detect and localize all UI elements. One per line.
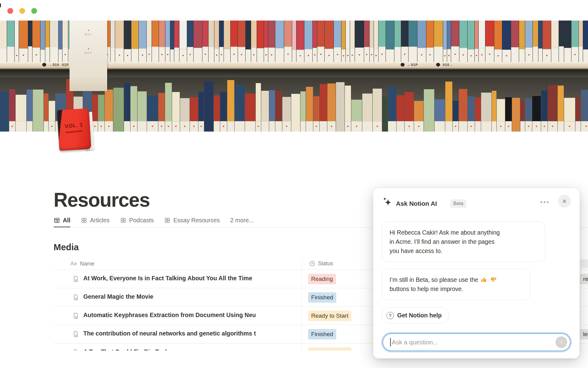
cursor-fragment (0, 3, 1, 7)
book-spine (291, 94, 300, 132)
book-spine: ♥ (405, 92, 414, 132)
book-spine (424, 89, 434, 132)
book-spine (511, 21, 519, 62)
close-panel-button[interactable]: ✕ (558, 195, 571, 208)
row-page-link[interactable]: At Work, Everyone Is in Fact Talking Abo… (83, 275, 252, 282)
close-window-button[interactable] (7, 8, 13, 14)
book-spine: ♥ (525, 21, 533, 62)
page-icon-book-emoji[interactable]: VOL. 1 (58, 109, 94, 152)
book-spine (583, 21, 588, 62)
tab-label: All (63, 217, 70, 224)
database-section-title: Media (54, 242, 79, 252)
send-button[interactable]: ↑ (556, 336, 567, 348)
book-spine: ♥ (231, 21, 238, 62)
book-spine: ♥ (9, 89, 15, 132)
book-spine: ♥ (581, 90, 588, 132)
view-tabs: AllArticlesPodcastsEssay Resources2 more… (54, 213, 254, 228)
book-spine: ♥ (327, 83, 336, 132)
book-spine: ♥ (351, 100, 362, 132)
name-column-header[interactable]: Name (80, 261, 94, 267)
message-line: buttons to help me improve. (390, 284, 522, 293)
status-pill[interactable]: Ready to Start (308, 311, 351, 321)
book-spine: ♥ (541, 90, 548, 132)
book-spine (174, 21, 179, 62)
book-spine: ♥ (62, 21, 68, 62)
tab-all[interactable]: All (54, 213, 70, 228)
book-spine: ♥ (370, 21, 374, 62)
book-spine (40, 21, 45, 62)
book-spine (459, 89, 467, 132)
book-spine: ♥ (447, 21, 451, 62)
clipped-tag-fragment: re (580, 274, 588, 284)
send-arrow-icon: ↑ (560, 339, 563, 346)
book-spine (204, 81, 213, 132)
book-spine: ♥ (502, 21, 511, 62)
book-spine: ♥ (373, 89, 382, 132)
name-column-type-icon: Aa (70, 261, 77, 267)
book-spine: ♥ (374, 21, 378, 62)
book-spine (0, 92, 9, 132)
book-spine (50, 21, 58, 62)
minimize-window-button[interactable] (19, 8, 25, 14)
message-line: in Acme. I’ll find an answer in the page… (390, 237, 537, 246)
book-volume-label: VOL. 1 (65, 122, 83, 130)
status-filter-icon (309, 260, 315, 267)
status-pill[interactable]: Finished (308, 292, 336, 303)
book-spine (551, 21, 559, 62)
book-spine: ♥ (485, 21, 494, 62)
status-pill[interactable]: Finished (308, 329, 336, 339)
tab-podcasts[interactable]: Podcasts (120, 213, 154, 228)
message-line: Hi Rebecca Cakir! Ask me about anything (390, 228, 537, 237)
book-spine (7, 21, 14, 62)
book-spine: ♥ (15, 21, 19, 62)
row-page-link[interactable]: The contribution of neural networks and … (83, 330, 256, 337)
get-notion-help-button[interactable]: Get Notion help (382, 307, 449, 324)
book-cover: VOL. 1 (57, 108, 91, 151)
status-pill[interactable]: Reading (308, 274, 336, 284)
shelf-sticker-dot (401, 63, 405, 67)
book-spine (434, 21, 443, 62)
thumbs-up-icon (481, 276, 487, 283)
book-spine: ♥ (459, 21, 467, 62)
tab-label: Podcasts (129, 217, 154, 224)
row-page-link[interactable]: General Magic the Movie (83, 293, 153, 300)
book-spine: ♥ (187, 21, 193, 62)
gallery-icon (120, 217, 126, 224)
book-spine: ♥ (268, 21, 275, 62)
book-spine: ♥ (379, 21, 386, 62)
book-spine (0, 21, 7, 62)
book-spine: ♥ (220, 92, 227, 132)
status-column-header[interactable]: Status (309, 260, 333, 267)
book-spine (275, 21, 284, 62)
ask-question-input[interactable] (391, 335, 550, 349)
zoom-window-button[interactable] (31, 8, 37, 14)
book-spine (559, 21, 564, 62)
book-spine (28, 21, 32, 62)
more-options-button[interactable]: ••• (540, 198, 550, 206)
tab-2-more[interactable]: 2 more... (230, 213, 254, 228)
table-icon (54, 217, 60, 224)
ask-question-box: ↑ (383, 333, 571, 351)
book-spine (481, 93, 492, 132)
notion-ai-sparkle-icon (382, 197, 393, 207)
book-spine: ♥ (284, 21, 292, 62)
gallery-icon (81, 217, 87, 224)
book-spine: ♥ (179, 21, 187, 62)
book-spine (492, 91, 496, 132)
ai-message-bubble: I’m still in Beta, so please use the but… (382, 269, 530, 300)
tab-articles[interactable]: Articles (81, 213, 110, 228)
message-line: I’m still in Beta, so please use the (390, 275, 522, 284)
bookend-label: DAY (85, 30, 92, 36)
book-spine (409, 21, 417, 62)
row-page-link[interactable]: Automatic Keyphrases Extraction from Doc… (83, 312, 256, 319)
book-spine: ♥ (468, 21, 474, 62)
book-spine: ♥ (532, 96, 541, 132)
book-spine (382, 97, 388, 132)
book-spine (16, 95, 26, 132)
question-mark-icon (386, 312, 394, 319)
book-spine: ♥ (355, 21, 364, 62)
book-spine: ♥ (124, 21, 131, 62)
book-spine (292, 21, 296, 62)
book-spine (475, 98, 481, 132)
tab-essay-resources[interactable]: Essay Resources (164, 213, 220, 228)
